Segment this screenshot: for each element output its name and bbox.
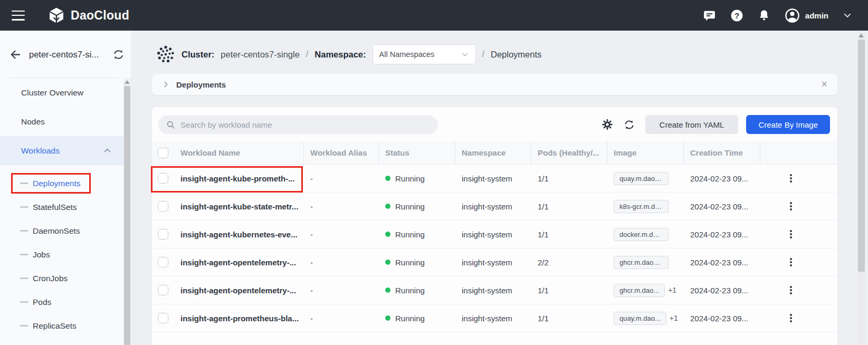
workload-name-cell[interactable]: insight-agent-kube-state-metr... (174, 202, 304, 211)
scroll-up-arrow-icon[interactable] (125, 80, 130, 84)
sidebar-scrollbar-thumb[interactable] (124, 86, 130, 345)
row-checkbox[interactable] (158, 257, 168, 267)
image-chip[interactable]: quay.m.daoclo... (614, 172, 669, 185)
daocloud-logo[interactable]: DaoCloud (47, 6, 129, 24)
sidebar-item-nodes[interactable]: Nodes (0, 107, 123, 136)
workload-name-cell[interactable]: insight-agent-opentelemetry-... (174, 258, 304, 267)
scroll-up-arrow-icon[interactable] (859, 33, 864, 37)
status-cell: Running (379, 314, 455, 323)
select-all-checkbox[interactable] (158, 148, 168, 158)
search-box[interactable] (158, 116, 438, 134)
sidebar-item-cluster-overview[interactable]: Cluster Overview (0, 78, 123, 107)
workload-alias-cell: - (304, 202, 379, 211)
sidebar-item-replicasets[interactable]: ReplicaSets (0, 314, 123, 338)
workload-name-cell[interactable]: insight-agent-kube-prometh-... (174, 174, 304, 183)
row-actions-kebab[interactable] (788, 172, 794, 185)
search-input[interactable] (180, 120, 431, 129)
user-menu[interactable]: admin (785, 8, 828, 23)
brand-name: DaoCloud (71, 8, 129, 23)
create-from-yaml-button[interactable]: Create from YAML (645, 115, 739, 134)
namespace-cell: insight-system (455, 258, 531, 267)
image-cell: quay.m.dao...+1 (607, 312, 684, 325)
column-header-workload-name: Workload Name (174, 141, 304, 164)
sidebar-item-deployments[interactable]: Deployments (0, 171, 123, 195)
image-chip[interactable]: ghcr.m.daoclo... (614, 256, 669, 269)
hamburger-menu-icon[interactable] (12, 11, 25, 21)
namespace-label: Namespace: (314, 50, 366, 60)
row-checkbox[interactable] (158, 173, 168, 184)
sidebar-scrollbar[interactable] (123, 78, 131, 345)
column-header-actions (760, 141, 837, 164)
row-checkbox[interactable] (158, 201, 168, 212)
close-icon[interactable]: ✕ (821, 80, 828, 89)
row-checkbox[interactable] (158, 313, 168, 323)
workload-name-cell[interactable]: insight-agent-opentelemetry-... (174, 286, 304, 295)
image-chip[interactable]: ghcr.m.dao... (614, 284, 665, 297)
status-text: Running (395, 202, 425, 211)
dash-icon (20, 206, 28, 208)
deployments-panel-bar[interactable]: Deployments ✕ (152, 74, 837, 95)
chat-icon[interactable] (703, 9, 716, 22)
sidebar-item-cronjobs[interactable]: CronJobs (0, 266, 123, 290)
creation-time-cell: 2024-02-23 09... (684, 286, 760, 295)
sidebar-item-label: Deployments (33, 179, 80, 188)
namespace-cell: insight-system (455, 314, 531, 323)
table-header: Workload NameWorkload AliasStatusNamespa… (152, 141, 837, 165)
sidebar-item-pods[interactable]: Pods (0, 290, 123, 314)
image-extra-count: +1 (670, 314, 678, 322)
page-scrollbar-thumb[interactable] (858, 40, 865, 272)
chevron-up-icon (103, 146, 112, 155)
status-dot (385, 260, 390, 265)
workload-alias-cell: - (304, 314, 379, 323)
daocloud-cube-icon (47, 6, 65, 24)
gear-icon[interactable] (602, 119, 613, 130)
status-dot (385, 176, 390, 181)
workload-name-cell[interactable]: insight-agent-prometheus-bla... (174, 314, 304, 323)
status-cell: Running (379, 286, 455, 295)
sidebar-item-label: Cluster Overview (21, 88, 83, 98)
actions-cell (760, 312, 837, 324)
row-select-cell (152, 173, 174, 184)
sidebar-item-jobs[interactable]: Jobs (0, 243, 123, 266)
creation-time-cell: 2024-02-23 09... (684, 202, 760, 211)
refresh-icon[interactable] (623, 119, 635, 131)
chevron-right-icon[interactable] (161, 80, 170, 89)
sidebar-item-statefulsets[interactable]: StatefulSets (0, 195, 123, 219)
creation-time-cell: 2024-02-23 09... (684, 258, 760, 267)
status-text: Running (395, 174, 425, 183)
help-icon[interactable]: ? (730, 9, 743, 22)
breadcrumb-page: Deployments (491, 50, 541, 60)
bell-icon[interactable] (758, 9, 770, 22)
image-chip[interactable]: quay.m.dao... (614, 312, 666, 325)
sidebar-item-workloads[interactable]: Workloads (0, 136, 123, 165)
row-checkbox[interactable] (158, 285, 168, 295)
image-chip[interactable]: docker.m.daocl... (614, 228, 669, 241)
row-actions-kebab[interactable] (788, 228, 794, 241)
sidebar: peter-centos7-si... Cluster OverviewNode… (0, 31, 131, 345)
row-actions-kebab[interactable] (788, 284, 794, 296)
page-scrollbar[interactable] (857, 31, 865, 345)
row-actions-kebab[interactable] (788, 200, 794, 213)
status-dot (385, 204, 390, 209)
create-by-image-button[interactable]: Create By Image (746, 115, 830, 134)
sidebar-item-daemonsets[interactable]: DaemonSets (0, 219, 123, 243)
user-chevron-down-icon[interactable] (843, 11, 852, 20)
namespace-select[interactable]: All Namespaces (373, 44, 476, 64)
cluster-value[interactable]: peter-centos7-single (221, 50, 300, 60)
image-chip[interactable]: k8s-gcr.m.dao... (614, 200, 669, 213)
status-text: Running (395, 230, 425, 239)
row-actions-kebab[interactable] (788, 256, 794, 269)
image-extra-count: +1 (668, 286, 676, 294)
workload-alias-cell: - (304, 230, 379, 239)
status-cell: Running (379, 174, 455, 183)
cluster-switch-icon[interactable] (112, 49, 125, 61)
select-all-cell (152, 141, 174, 164)
workloads-card: Create from YAML Create By Image Workloa… (152, 107, 837, 345)
workload-name-cell[interactable]: insight-agent-kubernetes-eve... (174, 230, 304, 239)
namespace-cell: insight-system (455, 230, 531, 239)
column-header-namespace: Namespace (455, 141, 531, 164)
row-actions-kebab[interactable] (788, 312, 794, 324)
back-arrow-icon[interactable] (9, 49, 22, 61)
row-checkbox[interactable] (158, 229, 168, 239)
workload-alias-cell: - (304, 258, 379, 267)
